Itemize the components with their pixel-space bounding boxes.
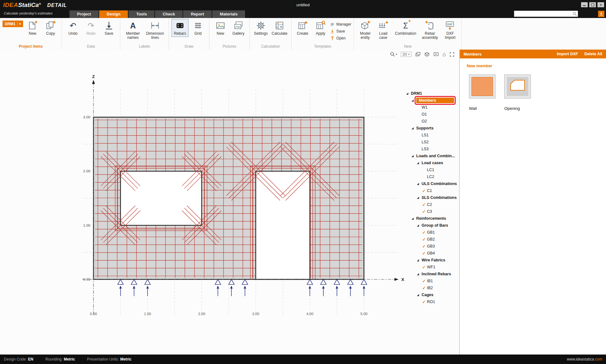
dxf-import-button[interactable]: DXF DXF Import bbox=[441, 19, 459, 41]
tree-item-c2[interactable]: ✓C2 bbox=[404, 201, 460, 208]
gallery-button[interactable]: Gallery bbox=[230, 19, 247, 37]
expand-arrow-icon[interactable] bbox=[417, 162, 419, 164]
member-names-button[interactable]: A Member names bbox=[123, 19, 143, 41]
new-rebar-assembly-button[interactable]: Rebar assembly bbox=[419, 19, 440, 41]
check-icon[interactable]: ✓ bbox=[422, 300, 426, 304]
grid-toggle-button[interactable]: Grid bbox=[189, 19, 207, 37]
delete-all-button[interactable]: Delete All bbox=[584, 52, 602, 56]
tab-check[interactable]: Check bbox=[155, 10, 183, 18]
new-picture-button[interactable]: New bbox=[212, 19, 229, 37]
new-wall-card[interactable] bbox=[469, 75, 495, 98]
copy-project-item-button[interactable]: Copy bbox=[42, 19, 59, 37]
template-create-button[interactable]: Create bbox=[294, 19, 311, 37]
tree-item-group-of-bars[interactable]: Group of Bars bbox=[404, 222, 460, 229]
maximize-button[interactable] bbox=[589, 2, 596, 7]
tab-materials[interactable]: Materials bbox=[212, 10, 245, 18]
expand-arrow-icon[interactable] bbox=[417, 294, 419, 296]
save-button[interactable]: Save bbox=[100, 19, 117, 37]
settings-button[interactable]: Settings bbox=[252, 19, 269, 37]
tree-item-loads-and-combin[interactable]: Loads and Combin... bbox=[404, 152, 460, 159]
template-manager-button[interactable]: Manager bbox=[330, 21, 351, 27]
tree-item-wire-fabrics[interactable]: Wire Fabrics bbox=[404, 257, 460, 264]
expand-arrow-icon[interactable] bbox=[417, 183, 419, 185]
search-input[interactable] bbox=[514, 11, 573, 16]
tree-item-load-cases[interactable]: Load cases bbox=[404, 159, 460, 166]
tree-item-ro1[interactable]: ✓RO1 bbox=[404, 298, 460, 305]
expand-arrow-icon[interactable] bbox=[411, 99, 414, 102]
expand-arrow-icon[interactable] bbox=[417, 197, 419, 199]
presentation-button[interactable] bbox=[433, 51, 439, 57]
template-save-button[interactable]: Save bbox=[330, 28, 351, 34]
tab-report[interactable]: Report bbox=[183, 10, 212, 18]
check-icon[interactable]: ✓ bbox=[422, 265, 426, 270]
template-open-button[interactable]: Open bbox=[330, 35, 351, 41]
check-icon[interactable]: ✓ bbox=[422, 188, 426, 193]
close-button[interactable]: ✕ bbox=[597, 2, 604, 7]
tree-item-ls3[interactable]: LS3 bbox=[404, 146, 460, 152]
tree-item-drm1[interactable]: DRM1 bbox=[404, 90, 460, 97]
tab-design[interactable]: Design bbox=[99, 10, 128, 18]
tree-item-ib1[interactable]: ✓IB1 bbox=[404, 277, 460, 284]
tree-item-gb1[interactable]: ✓GB1 bbox=[404, 229, 460, 236]
calculate-button[interactable]: Calculate bbox=[270, 19, 289, 37]
tree-item-gb4[interactable]: ✓GB4 bbox=[404, 250, 460, 257]
tree-item-lc1[interactable]: LC1 bbox=[404, 166, 460, 173]
import-dxf-button[interactable]: Import DXF bbox=[557, 52, 578, 56]
tree-item-members[interactable]: Members bbox=[404, 97, 460, 104]
home-view-button[interactable]: ⌂ bbox=[442, 51, 446, 57]
tree-item-o2[interactable]: O2 bbox=[404, 118, 460, 125]
expand-arrow-icon[interactable] bbox=[417, 224, 419, 227]
tree-item-w1[interactable]: W1 bbox=[404, 104, 460, 111]
new-model-entity-button[interactable]: Model entity bbox=[357, 19, 374, 41]
tree-item-uls-combinations[interactable]: ULS Combinations bbox=[404, 180, 460, 187]
tree-item-gb3[interactable]: ✓GB3 bbox=[404, 243, 460, 250]
expand-arrow-icon[interactable] bbox=[417, 273, 419, 275]
door-opening[interactable] bbox=[256, 171, 310, 279]
new-opening-card[interactable] bbox=[504, 75, 531, 98]
check-icon[interactable]: ✓ bbox=[422, 251, 426, 256]
check-icon[interactable]: ✓ bbox=[422, 237, 426, 242]
view-mode-dropdown[interactable]: 2D ▾ bbox=[401, 52, 412, 57]
tree-item-ls2[interactable]: LS2 bbox=[404, 139, 460, 146]
minimize-button[interactable] bbox=[581, 2, 588, 7]
layers-button[interactable] bbox=[415, 51, 421, 57]
redo-button[interactable]: ↷ Redo bbox=[82, 19, 99, 37]
search-box[interactable] bbox=[514, 11, 578, 17]
expand-arrow-icon[interactable] bbox=[406, 92, 408, 95]
check-icon[interactable]: ✓ bbox=[422, 202, 426, 207]
project-item-selector[interactable]: DRM1 ▾ bbox=[3, 21, 23, 27]
rebars-toggle-button[interactable]: Rebars bbox=[171, 19, 189, 37]
tree-item-c3[interactable]: ✓C3 bbox=[404, 208, 460, 215]
expand-arrow-icon[interactable] bbox=[411, 218, 414, 220]
fit-to-screen-button[interactable] bbox=[449, 52, 455, 57]
expand-arrow-icon[interactable] bbox=[411, 155, 414, 157]
undo-button[interactable]: ↶ Undo bbox=[64, 19, 81, 37]
drawing-canvas[interactable]: ZX3.002.001.000.000.001.002.003.004.005.… bbox=[0, 50, 460, 355]
tree-item-supports[interactable]: Supports bbox=[404, 125, 460, 132]
expand-arrow-icon[interactable] bbox=[417, 259, 419, 261]
website-link[interactable]: www.ideastatica.com bbox=[567, 357, 602, 361]
tree-item-c1[interactable]: ✓C1 bbox=[404, 187, 460, 194]
check-icon[interactable]: ✓ bbox=[422, 244, 426, 249]
window-opening[interactable] bbox=[121, 171, 202, 225]
tree-item-inclined-rebars[interactable]: Inclined Rebars bbox=[404, 271, 460, 277]
new-combination-button[interactable]: +Σ Combination bbox=[393, 19, 418, 37]
check-icon[interactable]: ✓ bbox=[422, 279, 426, 283]
structure-drawing[interactable]: ZX3.002.001.000.000.001.002.003.004.005.… bbox=[0, 50, 459, 355]
tree-item-ls1[interactable]: LS1 bbox=[404, 132, 460, 139]
zoom-tool-button[interactable]: ▾ bbox=[390, 52, 397, 57]
expand-arrow-icon[interactable] bbox=[411, 127, 414, 129]
dimension-lines-button[interactable]: Dimension lines bbox=[144, 19, 166, 41]
template-apply-button[interactable]: Apply bbox=[312, 19, 329, 37]
solid-view-button[interactable] bbox=[424, 51, 430, 57]
tree-item-cages[interactable]: Cages bbox=[404, 291, 460, 298]
tree-item-gb2[interactable]: ✓GB2 bbox=[404, 236, 460, 243]
tree-item-o1[interactable]: O1 bbox=[404, 111, 460, 118]
tab-project[interactable]: Project bbox=[69, 10, 99, 18]
check-icon[interactable]: ✓ bbox=[422, 230, 426, 235]
tab-tools[interactable]: Tools bbox=[129, 10, 154, 18]
account-button[interactable] bbox=[598, 11, 604, 17]
check-icon[interactable]: ✓ bbox=[422, 286, 426, 290]
new-load-case-button[interactable]: Load case bbox=[375, 19, 392, 41]
new-project-item-button[interactable]: New bbox=[24, 19, 41, 37]
